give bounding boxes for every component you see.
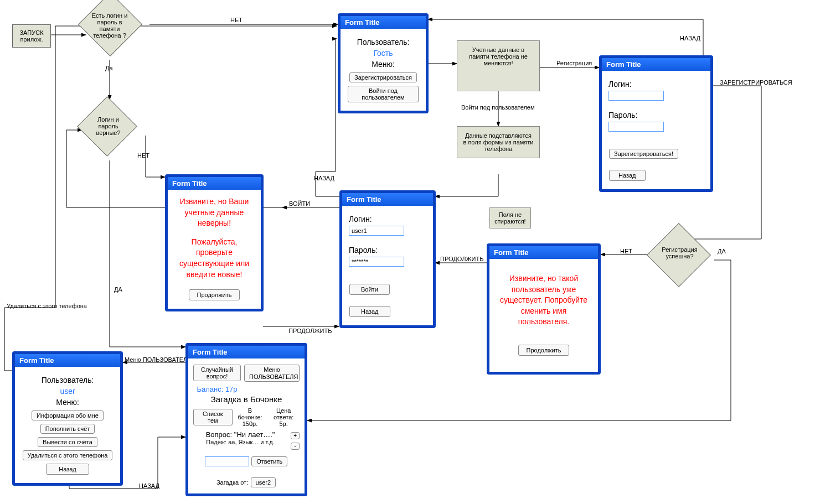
- form-invalid: Form Title Извините, но Ваши учетные дан…: [165, 174, 264, 311]
- game-hint: Падеж: аа, Язык… и т.д.: [193, 439, 288, 445]
- label-enter: ВОЙТИ: [289, 200, 310, 207]
- invalid-btn-continue[interactable]: Продолжить: [189, 289, 240, 300]
- label-da3: ДА: [718, 248, 726, 254]
- note2-text: Данные подставляются в поля формы из пам…: [463, 132, 534, 152]
- label-back3: НАЗАД: [139, 482, 159, 489]
- login-pass-label: Пароль:: [349, 246, 426, 254]
- note-memory-unchanged: Учетные данные в памяти телефона не меня…: [457, 40, 540, 91]
- form-user-menu-title: Form Title: [15, 354, 120, 367]
- label-net2: НЕТ: [137, 152, 149, 159]
- game-question: Вопрос: "Ни лает….": [193, 430, 288, 439]
- guest-user-label: Пользователь:: [347, 38, 419, 46]
- label-reg-action: ЗАРЕГИСТРИРОВАТЬСЯ: [720, 79, 792, 86]
- decision-reg-success: [647, 223, 711, 287]
- register-btn-submit[interactable]: Зарегистрироваться!: [609, 149, 678, 159]
- user-exists-msg: Извините, но такой пользователь уже суще…: [496, 273, 591, 328]
- fields-note-text: Поля не стираются!: [494, 211, 525, 225]
- label-da1: Да: [105, 65, 113, 71]
- user-menu-btn-info[interactable]: Информация обо мне: [32, 411, 104, 420]
- user-menu-btn-withdraw[interactable]: Вывести со счёта: [38, 437, 97, 447]
- label-back1: НАЗАД: [680, 35, 700, 41]
- form-game-title: Form Title: [188, 346, 305, 358]
- game-btn-answer[interactable]: Ответить: [251, 456, 287, 466]
- register-pass-input[interactable]: [608, 122, 664, 132]
- user-exists-btn-continue[interactable]: Продолжить: [518, 345, 570, 356]
- start-box: ЗАПУСК прилож.: [12, 24, 51, 48]
- invalid-msg1: Извините, но Ваши учетные данные неверны…: [174, 196, 254, 229]
- game-barrel-label: В бочонке:: [238, 407, 262, 420]
- form-register: Form Title Логин: Пароль: Зарегистрирова…: [599, 55, 713, 192]
- decision-valid: [77, 96, 137, 157]
- game-from-user[interactable]: user2: [251, 477, 276, 487]
- guest-user-name: Гость: [347, 49, 419, 58]
- label-da2: ДА: [114, 286, 122, 293]
- guest-menu-label: Меню:: [347, 60, 419, 69]
- label-login-under: Войти под пользователем: [461, 104, 535, 111]
- user-menu-menu-label: Меню:: [22, 398, 114, 407]
- register-login-label: Логин:: [608, 80, 704, 89]
- login-btn-submit[interactable]: Войти: [349, 284, 390, 295]
- form-user-menu: Form Title Пользователь: user Меню: Инфо…: [12, 351, 123, 486]
- label-delete-phone: Удалиться с этого телефона: [7, 303, 87, 309]
- form-guest: Form Title Пользователь: Гость Меню: Зар…: [338, 13, 429, 113]
- label-continue: ПРОДОЛЖИТЬ: [288, 328, 332, 334]
- game-btn-plus[interactable]: +: [291, 432, 300, 439]
- form-guest-title: Form Title: [341, 16, 426, 29]
- game-from-label: Загадка от:: [216, 479, 248, 486]
- note-fields-not-erased: Поля не стираются!: [489, 207, 531, 228]
- invalid-msg2: Пожалуйста, проверьте существующие или в…: [174, 237, 254, 280]
- form-user-exists-title: Form Title: [489, 246, 598, 259]
- form-invalid-title: Form Title: [168, 177, 261, 190]
- note-prefill: Данные подставляются в поля формы из пам…: [457, 126, 540, 158]
- login-login-label: Логин:: [349, 215, 426, 224]
- game-btn-menu[interactable]: Меню ПОЛЬЗОВАТЕЛЯ: [244, 365, 300, 382]
- login-login-input[interactable]: [349, 226, 404, 236]
- user-menu-user-label: Пользователь:: [22, 376, 114, 385]
- form-login-title: Form Title: [342, 193, 433, 206]
- form-register-title: Form Title: [602, 58, 710, 71]
- game-riddle-title: Загадка в Бочонке: [193, 394, 300, 404]
- label-net1: НЕТ: [230, 17, 243, 23]
- user-menu-btn-deposit[interactable]: Пополнить счёт: [40, 424, 95, 434]
- game-barrel-value: 150р.: [243, 420, 258, 427]
- start-text: ЗАПУСК прилож.: [19, 29, 43, 43]
- form-user-exists: Form Title Извините, но такой пользовате…: [487, 243, 601, 375]
- form-game: Form Title Случайный вопрос! Баланс: 17р…: [185, 343, 307, 496]
- game-btn-topics[interactable]: Список тем: [193, 409, 233, 425]
- label-user-menu: Меню ПОЛЬЗОВАТЕЛЯ: [125, 356, 192, 363]
- label-continue2: ПРОДОЛЖИТЬ: [440, 256, 483, 262]
- game-balance: Баланс: 17р: [193, 385, 241, 393]
- user-menu-btn-delete[interactable]: Удалиться с этого телефона: [23, 450, 113, 460]
- login-btn-back[interactable]: Назад: [349, 306, 390, 317]
- login-pass-input[interactable]: [349, 257, 404, 267]
- game-price-value: 5р.: [279, 420, 287, 427]
- decision-memory: [78, 0, 142, 56]
- register-btn-back[interactable]: Назад: [609, 170, 646, 181]
- user-menu-btn-back[interactable]: Назад: [46, 464, 89, 475]
- guest-btn-register[interactable]: Зарегистрироваться: [349, 72, 417, 82]
- user-menu-user-name: user: [22, 387, 114, 396]
- label-register: Регистрация: [556, 60, 592, 66]
- register-login-input[interactable]: [608, 91, 664, 101]
- label-back2: НАЗАД: [314, 175, 334, 181]
- guest-btn-login[interactable]: Войти под пользователем: [348, 86, 419, 102]
- label-net3: НЕТ: [620, 248, 632, 254]
- game-btn-minus[interactable]: -: [291, 443, 299, 450]
- register-pass-label: Пароль:: [608, 111, 704, 119]
- note1-text: Учетные данные в памяти телефона не меня…: [469, 46, 528, 66]
- form-login: Form Title Логин: Пароль: Войти Назад: [339, 190, 436, 328]
- game-answer-input[interactable]: [205, 456, 249, 466]
- game-btn-random[interactable]: Случайный вопрос!: [193, 365, 241, 381]
- game-price-label: Цена ответа:: [274, 407, 293, 420]
